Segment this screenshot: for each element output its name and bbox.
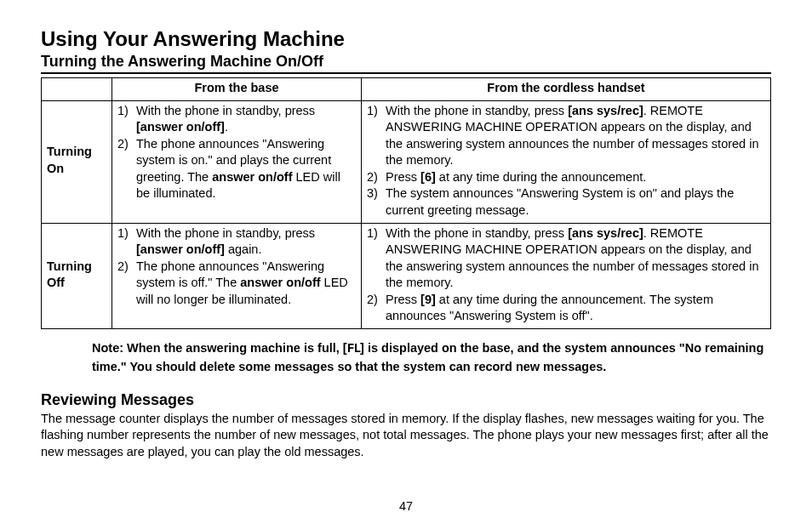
review-heading: Reviewing Messages xyxy=(41,391,771,409)
cell-on-handset: 1)With the phone in standby, press [ans … xyxy=(362,100,771,223)
list-item: 1)With the phone in standby, press [ans … xyxy=(386,103,765,169)
col-header-handset: From the cordless handset xyxy=(362,78,771,101)
list-item: 1)With the phone in standby, press [answ… xyxy=(136,103,356,136)
list-item: 2)Press [9] at any time during the annou… xyxy=(386,292,765,325)
table-row-off: TurningOff 1)With the phone in standby, … xyxy=(42,223,771,328)
fl-glyph-icon: FL xyxy=(347,342,360,356)
cell-off-base: 1)With the phone in standby, press [answ… xyxy=(112,223,362,328)
list-item: 2)The phone announces "Answering system … xyxy=(136,136,356,202)
list-item: 1)With the phone in standby, press [ans … xyxy=(386,225,765,292)
page-number: 47 xyxy=(0,499,812,513)
row-label-off: TurningOff xyxy=(42,223,112,328)
section-subtitle: Turning the Answering Machine On/Off xyxy=(41,53,771,74)
table-row-on: TurningOn 1)With the phone in standby, p… xyxy=(42,100,771,223)
cell-off-handset: 1)With the phone in standby, press [ans … xyxy=(362,223,771,328)
list-item: 1)With the phone in standby, press [answ… xyxy=(136,225,356,259)
list-item: 3)The system announces "Answering System… xyxy=(386,185,765,219)
note-block: Note: When the answering machine is full… xyxy=(92,339,771,376)
cell-on-base: 1)With the phone in standby, press [answ… xyxy=(112,100,362,223)
table-header-row: From the base From the cordless handset xyxy=(42,78,771,101)
document-page: Using Your Answering Machine Turning the… xyxy=(0,0,812,518)
list-item: 2)Press [6] at any time during the annou… xyxy=(386,169,765,186)
instructions-table: From the base From the cordless handset … xyxy=(41,77,771,329)
col-header-base: From the base xyxy=(112,78,362,101)
row-label-on: TurningOn xyxy=(42,100,112,223)
review-body: The message counter displays the number … xyxy=(41,411,771,461)
list-item: 2)The phone announces "Answering system … xyxy=(136,259,356,309)
page-title: Using Your Answering Machine xyxy=(41,27,771,51)
